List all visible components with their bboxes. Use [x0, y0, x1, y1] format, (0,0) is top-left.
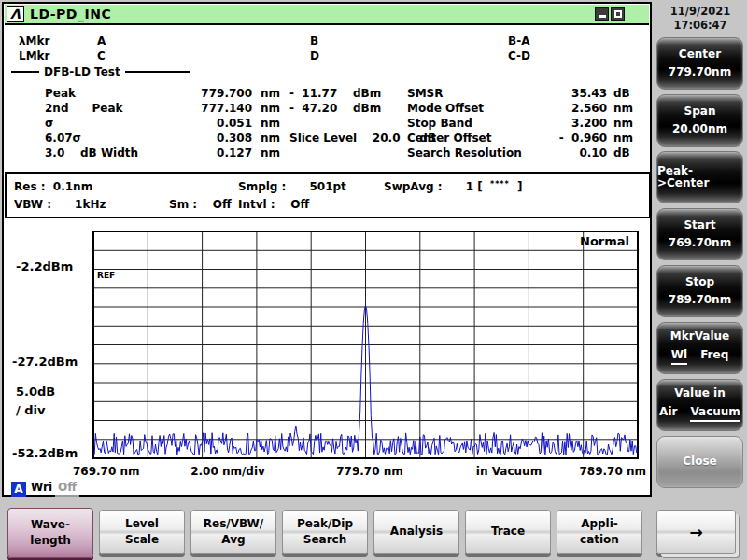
- time-display: 17:06:47: [654, 19, 747, 33]
- sweep-average-progress: ****: [490, 180, 510, 189]
- softkey-mkrvalue[interactable]: MkrValueWlFreq: [656, 322, 743, 374]
- window-title: LD-PD_INC: [30, 7, 595, 21]
- result-row-center-offset: Center Offset- 0.960nm: [407, 131, 633, 146]
- result-row-search-resolution: Search Resolution0.10dB: [407, 146, 630, 161]
- sweep-average-setting: SwpAvg : 1 [ **** ]: [384, 180, 523, 193]
- menu-res-vbw-avg[interactable]: Res/VBW/Avg: [190, 510, 276, 554]
- softkey-span[interactable]: Span20.00nm: [656, 94, 743, 147]
- result-row-2nd-peak: 2nd Peak777.140nm- 47.20 dBm: [45, 101, 381, 116]
- maximize-button[interactable]: [611, 7, 625, 21]
- maximize-icon: [614, 10, 622, 18]
- marker-b: B: [310, 35, 318, 48]
- menu-trace[interactable]: Trace: [465, 510, 551, 554]
- softkey-stop[interactable]: Stop789.70nm: [656, 265, 743, 317]
- ref-level-label: REF: [97, 271, 115, 280]
- softkey-title: MkrValue: [670, 330, 729, 343]
- y-axis-ref-level-label: -2.2dBm: [16, 259, 73, 273]
- x-axis-stop-label: 789.70 nm: [579, 465, 646, 478]
- menu-peak-dip-search[interactable]: Peak/DipSearch: [282, 510, 368, 554]
- y-axis-bottom-level-label: -52.2dBm: [12, 446, 78, 460]
- menu-analysis[interactable]: Analysis: [374, 510, 459, 554]
- menu-level-scale[interactable]: LevelScale: [99, 510, 185, 554]
- main-content-area: Λ LD-PD_INC λMkr A B B-A LMkr C D C-D DF…: [2, 2, 652, 497]
- softkey-panel: 11/9/2021 17:06:47 Center779.70nmSpan20.…: [654, 0, 747, 504]
- option-wl[interactable]: Wl: [671, 348, 687, 365]
- datetime-display: 11/9/2021 17:06:47: [654, 0, 747, 33]
- result-row-3-0-db-width: 3.0 dB Width0.127nm: [45, 146, 289, 161]
- analysis-section-title: DFB-LD Test: [39, 65, 125, 78]
- x-axis-scale-label: 2.00 nm/div: [190, 465, 265, 478]
- menu-wave-length[interactable]: Wave-length: [7, 508, 93, 558]
- marker-b-a: B-A: [508, 35, 529, 48]
- option-vacuum[interactable]: Vacuum: [690, 405, 740, 422]
- active-trace-badge: A: [11, 482, 26, 497]
- smoothing-setting: Sm : Off: [169, 198, 232, 211]
- spectrum-chart-svg: REFNormal: [92, 231, 639, 461]
- softkey-close[interactable]: Close: [656, 436, 743, 488]
- result-row-6-07: 6.07σ0.308nmSlice Level 20.0 dB: [45, 131, 436, 146]
- function-menu-bar: Wave-lengthLevelScaleRes/VBW/AvgPeak/Dip…: [0, 504, 747, 560]
- menu-more-button[interactable]: →: [656, 510, 736, 554]
- brand-logo-icon: Λ: [7, 6, 24, 22]
- result-row-peak: Peak779.700nm- 11.77 dBm: [45, 86, 381, 101]
- level-marker-label: LMkr: [19, 49, 50, 63]
- softkey-title: Value in: [674, 387, 725, 399]
- trace-status[interactable]: A Wri Off: [11, 481, 79, 497]
- result-row-mode-offset: Mode Offset2.560nm: [407, 101, 633, 116]
- softkey-center[interactable]: Center779.70nm: [656, 37, 743, 90]
- menu-appli-cation[interactable]: Appli-cation: [557, 510, 642, 554]
- resolution-setting: Res : 0.1nm: [14, 180, 92, 193]
- softkey-start[interactable]: Start769.70nm: [656, 208, 743, 260]
- marker-c: C: [97, 49, 106, 63]
- option-freq[interactable]: Freq: [700, 348, 728, 365]
- y-axis-scale-label-2: / div: [16, 403, 46, 417]
- spectrum-plot[interactable]: REFNormal: [92, 231, 639, 461]
- trace-write-mode[interactable]: Wri: [26, 481, 55, 497]
- x-axis-center-label: 779.70 nm: [336, 465, 403, 478]
- y-axis-scale-label: 5.0dB: [16, 385, 55, 399]
- plot-grid: [93, 231, 638, 458]
- marker-c-d: C-D: [508, 49, 530, 63]
- wavelength-marker-label: λMkr: [19, 35, 49, 48]
- minimize-icon: [599, 15, 606, 18]
- sweep-settings-box: Res : 0.1nm Smplg : 501pt SwpAvg : 1 [ *…: [5, 172, 651, 218]
- y-axis-mid-level-label: -27.2dBm: [12, 355, 78, 369]
- sampling-setting: Smplg : 501pt: [238, 180, 346, 193]
- date-display: 11/9/2021: [654, 5, 747, 19]
- marker-a: A: [97, 35, 106, 48]
- result-row-smsr: SMSR35.43dB: [407, 86, 630, 101]
- interval-setting: Intvl : Off: [238, 198, 309, 211]
- option-air[interactable]: Air: [659, 405, 677, 422]
- trace-off-mode[interactable]: Off: [55, 481, 79, 497]
- result-row-: σ0.051nm: [45, 116, 289, 131]
- analysis-section-header: DFB-LD Test: [11, 65, 385, 78]
- sweep-mode-label: Normal: [580, 234, 629, 248]
- vbw-setting: VBW : 1kHz: [14, 198, 106, 211]
- result-row-stop-band: Stop Band3.200nm: [407, 116, 633, 131]
- softkey-peak-center[interactable]: Peak->Center: [656, 151, 743, 203]
- x-axis-medium-label: in Vacuum: [476, 465, 542, 478]
- softkey-value-in[interactable]: Value inAirVacuum: [656, 379, 743, 431]
- minimize-button[interactable]: [595, 7, 609, 21]
- window-titlebar: Λ LD-PD_INC: [5, 5, 649, 25]
- marker-d: D: [310, 49, 319, 63]
- x-axis-start-label: 769.70 nm: [73, 465, 140, 478]
